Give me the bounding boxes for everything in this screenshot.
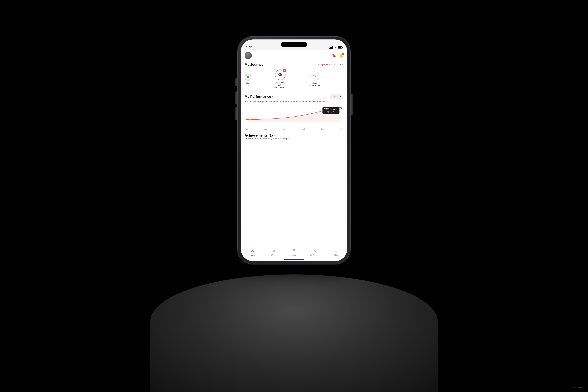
performance-title[interactable]: My Performance [244,94,271,99]
power-button [351,94,352,115]
app-header: 🔖 🔔 1 [241,50,347,61]
phone-shell: 9:27 ▲ [238,36,350,264]
x-label-jan: Jan [244,128,248,130]
tooltip-value: 75% correct [324,108,338,111]
connector-1 [251,77,274,82]
star-diamond-icon [313,74,317,78]
nav-item-other[interactable]: Other [325,249,346,256]
svg-rect-0 [246,76,248,77]
mute-button [236,78,237,86]
nav-item-learn[interactable]: Learn [284,249,304,256]
x-label-mar: Mar [264,128,267,130]
x-label-jul: Jul [302,128,305,130]
qbank-icon [272,249,275,254]
notification-badge: 1 [342,53,344,55]
nav-label-home: Home [250,254,255,256]
journey-title[interactable]: My Journey [244,62,264,67]
wifi-icon: ▲ [334,46,336,49]
connector-2 [286,77,310,82]
header-icons: 🔖 🔔 1 [332,54,344,58]
chart-tooltip: 75% correct Aug 13, 2021 [322,106,340,114]
learn-icon [292,249,296,254]
nav-item-home[interactable]: Home [242,249,263,256]
scene: 9:27 ▲ [0,0,588,392]
svg-rect-11 [272,251,273,252]
graduation-icon: 🎓 [278,72,283,77]
journey-arrow: › [264,63,266,66]
achievements-arrow: › [274,134,275,137]
volume-up-button [236,92,237,104]
bottom-nav: Home Q [241,247,347,261]
step-start-circle [244,74,251,80]
svg-rect-2 [248,76,249,77]
performance-arrow: › [272,95,273,98]
overall-label: Overall [332,95,339,98]
x-label-sep: Sep [321,128,324,130]
rock-base [150,274,438,392]
nav-label-skill-trainers: Skill Trainers [310,254,320,256]
avatar[interactable] [244,52,252,59]
learn-svg-icon [292,249,296,252]
chart-x-labels: Jan Mar May Jul Sep Nov [244,127,344,130]
achievements-section: Achievements (2) › Check out the most re… [241,132,347,142]
performance-chart: 75% correct Aug 13, 2021 [244,105,344,126]
phone-device: 9:27 ▲ [238,36,350,264]
svg-marker-5 [315,74,316,76]
performance-title-row: My Performance › [244,94,273,99]
battery-fill [338,47,341,48]
journey-steps: Start 🎓 ✓ [244,68,344,91]
step-extra[interactable]: ExtraExperiences [310,72,320,87]
qbank-svg-icon [272,249,275,252]
other-icon [334,249,337,254]
battery-icon [338,46,342,49]
dynamic-island [281,42,307,47]
target-score: Target Score: 10 / 2500 [318,63,344,66]
performance-section: My Performance › Overall ▾ You are the s… [241,93,347,132]
nav-item-skill-trainers[interactable]: Skill Trainers [304,249,325,256]
status-icons: ▲ [329,46,342,49]
journey-header: My Journey › Target Score: 10 / 2500 [244,62,344,67]
start-icon [246,76,250,79]
step-research[interactable]: 🎓 ✓ Research EntryRequirements [274,70,286,89]
notification-icon[interactable]: 🔔 1 [339,54,344,58]
step-research-circle: 🎓 ✓ [275,70,286,80]
home-svg-icon [251,249,254,252]
bookmark-icon[interactable]: 🔖 [332,54,336,58]
home-indicator [284,259,304,260]
volume-down-button [236,107,237,120]
overall-dropdown[interactable]: Overall ▾ [330,94,344,99]
achievements-title-row: Achievements (2) › [244,134,344,138]
chart-start-dot [246,119,249,120]
skill-trainers-icon [313,249,316,254]
svg-rect-3 [248,77,249,78]
step-start: Start [244,74,251,84]
skill-svg-icon [313,249,316,252]
svg-rect-10 [273,250,274,251]
step-start-label: Start [246,82,250,84]
nav-label-other: Other [333,254,338,256]
phone-screen: 9:27 ▲ [241,40,347,261]
journey-title-row: My Journey › [244,62,266,67]
step-extra-label: ExtraExperiences [310,82,320,87]
x-label-nov: Nov [340,128,344,130]
signal-icon [329,46,333,49]
journey-section: My Journey › Target Score: 10 / 2500 [241,61,347,93]
dropdown-chevron-icon: ▾ [340,95,341,98]
performance-subtitle: You are the strongest in Situational Jud… [244,100,344,103]
svg-rect-12 [273,251,274,252]
achievements-subtitle: Check out the most recently acquired bad… [244,138,344,140]
app-content: 🔖 🔔 1 My Journey › [241,50,347,261]
step-check-icon: ✓ [283,69,286,72]
tooltip-date: Aug 13, 2021 [324,111,338,113]
svg-rect-1 [246,77,248,78]
step-research-label: Research EntryRequirements [274,81,286,89]
avatar-image [244,52,252,59]
nav-label-qbank: QBank [270,254,276,256]
connector-3 [320,77,344,82]
home-icon [251,249,254,254]
nav-item-qbank[interactable]: QBank [263,249,284,256]
x-label-may: May [283,128,286,130]
achievements-title[interactable]: Achievements (2) [244,134,273,138]
step-extra-circle [310,72,319,80]
nav-label-learn: Learn [292,254,296,256]
